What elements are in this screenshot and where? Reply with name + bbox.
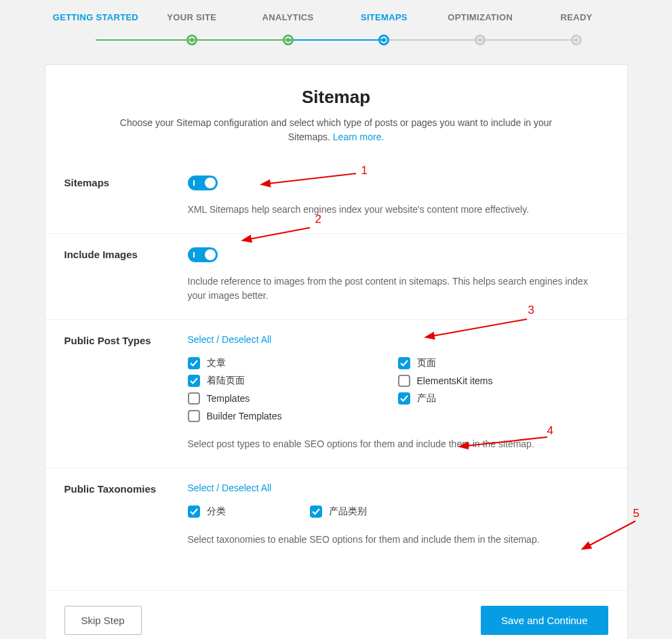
skip-step-button[interactable]: Skip Step bbox=[64, 606, 142, 635]
sitemaps-toggle[interactable] bbox=[188, 176, 218, 190]
page-title: Sitemap bbox=[45, 87, 627, 108]
learn-more-link[interactable]: Learn more. bbox=[333, 131, 384, 142]
include-images-toggle[interactable] bbox=[188, 247, 218, 262]
cb-row: 文章 bbox=[188, 357, 398, 369]
checkbox[interactable] bbox=[188, 375, 200, 387]
post-types-col2: 页面 ElementsKit items 产品 bbox=[398, 352, 608, 428]
checkbox[interactable] bbox=[310, 506, 322, 518]
checkbox[interactable] bbox=[398, 392, 410, 405]
card-footer: Skip Step Save and Continue bbox=[45, 590, 627, 639]
section-include-images: Include Images Include reference to imag… bbox=[45, 233, 627, 319]
cb-row: ElementsKit items bbox=[398, 375, 608, 387]
post-types-col1: 文章 着陆页面 Templates Builder Templates bbox=[188, 352, 398, 428]
checkbox[interactable] bbox=[188, 506, 200, 518]
section-post-types: Public Post Types Select / Deselect All … bbox=[45, 319, 627, 468]
section-taxonomies: Public Taxonomies Select / Deselect All … bbox=[45, 468, 627, 563]
taxonomies-select-all[interactable]: Select / Deselect All bbox=[188, 482, 272, 493]
step-ready[interactable]: READY bbox=[528, 12, 625, 45]
cb-row: 产品 bbox=[398, 392, 608, 405]
checkbox[interactable] bbox=[398, 357, 410, 369]
checkbox[interactable] bbox=[188, 357, 200, 369]
checkbox[interactable] bbox=[188, 410, 200, 422]
checkbox[interactable] bbox=[398, 375, 410, 387]
cb-row: 产品类别 bbox=[310, 506, 608, 518]
save-continue-button[interactable]: Save and Continue bbox=[481, 606, 608, 635]
wizard-stepper: GETTING STARTED YOUR SITE ANALYTICS SITE… bbox=[0, 0, 672, 45]
cb-row: 分类 bbox=[188, 506, 310, 518]
cb-row: Templates bbox=[188, 392, 398, 405]
checkbox[interactable] bbox=[188, 392, 200, 405]
cb-row: 页面 bbox=[398, 357, 608, 369]
post-types-select-all[interactable]: Select / Deselect All bbox=[188, 334, 272, 345]
page-subtitle: Choose your Sitemap configuration and se… bbox=[100, 116, 573, 144]
section-sitemaps: Sitemaps XML Sitemaps help search engine… bbox=[45, 162, 627, 233]
cb-row: 着陆页面 bbox=[188, 375, 398, 387]
wizard-card: Sitemap Choose your Sitemap configuratio… bbox=[45, 64, 628, 639]
cb-row: Builder Templates bbox=[188, 410, 398, 422]
